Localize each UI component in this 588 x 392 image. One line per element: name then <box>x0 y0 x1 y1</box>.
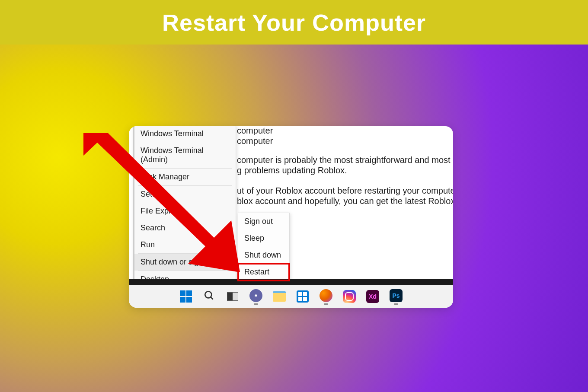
menu-item-task-manager[interactable]: Task Manager <box>134 169 236 185</box>
menu-item-run[interactable]: Run <box>134 236 236 253</box>
teams-icon <box>249 289 262 302</box>
taskbar-explorer-button[interactable] <box>272 289 287 304</box>
taskbar-photoshop-button[interactable]: Ps <box>389 288 403 303</box>
page-title: Restart Your Computer <box>162 9 426 36</box>
submenu-item-restart[interactable]: Restart <box>238 264 289 280</box>
menu-item-windows-terminal-admin[interactable]: Windows Terminal (Admin) <box>134 142 236 168</box>
photoshop-icon: Ps <box>390 289 403 302</box>
instagram-icon <box>343 290 356 303</box>
bg-line: blox account and hopefully, you can get … <box>237 196 453 206</box>
start-button[interactable] <box>179 289 193 304</box>
taskbar-xd-button[interactable]: Xd <box>365 289 380 304</box>
firefox-icon <box>320 289 332 302</box>
power-submenu: Sign out Sleep Shut down Restart <box>238 213 290 281</box>
winx-context-menu: Windows Terminal Windows Terminal (Admin… <box>133 126 236 288</box>
taskbar-search-button[interactable] <box>202 289 217 304</box>
header-bar: Restart Your Computer <box>0 0 588 45</box>
taskbar-instagram-button[interactable] <box>342 289 357 304</box>
taskbar-store-button[interactable] <box>295 289 310 304</box>
adobe-xd-icon: Xd <box>366 290 379 303</box>
menu-item-file-explorer[interactable]: File Explorer <box>134 203 236 220</box>
menu-item-settings[interactable]: Settings <box>134 186 236 203</box>
svg-point-0 <box>205 291 211 298</box>
taskbar-border <box>129 279 453 285</box>
running-indicator <box>254 303 258 305</box>
menu-item-search[interactable]: Search <box>134 220 236 236</box>
taskbar: Xd Ps <box>129 285 453 308</box>
svg-line-1 <box>211 297 213 299</box>
screenshot-frame: computer computer computer is probably t… <box>129 126 453 308</box>
submenu-item-sleep[interactable]: Sleep <box>238 230 289 247</box>
menu-item-shutdown-or-signout[interactable]: Shut down or sign out <box>134 254 236 271</box>
submenu-item-shut-down[interactable]: Shut down <box>238 247 289 264</box>
taskbar-teams-button[interactable] <box>249 288 263 303</box>
running-indicator <box>394 303 398 305</box>
menu-item-windows-terminal[interactable]: Windows Terminal <box>134 126 236 142</box>
folder-icon <box>273 291 286 302</box>
task-view-icon <box>227 292 238 301</box>
submenu-item-sign-out[interactable]: Sign out <box>238 213 289 230</box>
bg-line: ut of your Roblox account before restart… <box>237 186 453 195</box>
running-indicator <box>324 303 328 305</box>
taskbar-firefox-button[interactable] <box>319 288 333 303</box>
windows-logo-icon <box>180 290 192 303</box>
bg-line: g problems updating Roblox. <box>237 166 347 175</box>
bg-line: computer is probably the most straightfo… <box>237 155 453 165</box>
task-view-button[interactable] <box>225 289 240 304</box>
search-icon <box>204 290 215 303</box>
bg-line: computer <box>237 126 273 136</box>
store-icon <box>297 290 309 303</box>
bg-line: computer <box>237 136 273 146</box>
